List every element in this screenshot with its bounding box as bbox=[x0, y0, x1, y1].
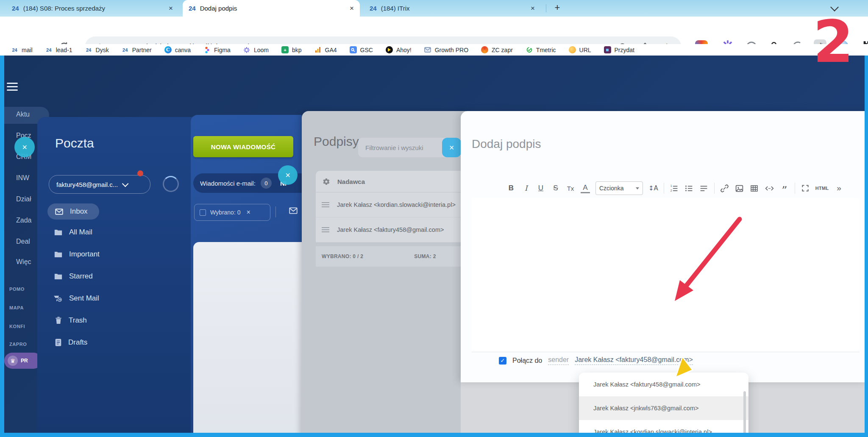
signature-editor-body[interactable] bbox=[472, 198, 860, 351]
scrollbar-thumb[interactable] bbox=[743, 391, 746, 437]
send-icon bbox=[53, 295, 62, 302]
account-selector[interactable]: faktury458@gmail.c... bbox=[49, 175, 150, 194]
close-tab-icon[interactable]: × bbox=[531, 4, 535, 13]
bookmark-tmetric[interactable]: Tmetric bbox=[526, 46, 556, 53]
bookmark-figma[interactable]: Figma bbox=[203, 46, 231, 53]
tmetric-icon bbox=[526, 46, 533, 53]
underline-button[interactable]: U bbox=[536, 183, 545, 193]
close-tab-icon[interactable]: × bbox=[350, 4, 354, 13]
new-message-button[interactable]: NOWA WIADOMOŚĆ bbox=[193, 136, 293, 157]
browser-tab-1[interactable]: 24 (184) S08: Proces sprzedaży × bbox=[6, 0, 179, 17]
code-button[interactable] bbox=[765, 183, 774, 193]
folder-inbox[interactable]: Inbox bbox=[47, 203, 99, 220]
ordered-list-button[interactable]: 12 bbox=[670, 183, 679, 193]
folder-sent-mail[interactable]: Sent Mail bbox=[53, 294, 99, 303]
bookmark-zc-zapr[interactable]: ZC zapr bbox=[481, 46, 513, 53]
bullet-list-button[interactable] bbox=[684, 183, 694, 193]
close-icon[interactable]: × bbox=[278, 165, 298, 185]
bookmark-growth-pro[interactable]: Growth PRO bbox=[424, 46, 468, 53]
sidebar-item-inwentaryzacja[interactable]: INW bbox=[16, 174, 29, 182]
browser-tab-2-active[interactable]: 24 Dodaj podpis × bbox=[183, 0, 360, 17]
table-button[interactable] bbox=[750, 183, 759, 193]
figma-icon bbox=[203, 46, 211, 53]
bookmark-bkp[interactable]: +bkp bbox=[281, 46, 302, 53]
italic-button[interactable]: I bbox=[521, 183, 531, 193]
messages-count-badge: 0 bbox=[261, 178, 272, 189]
clear-filter-icon[interactable]: × bbox=[246, 209, 250, 216]
image-button[interactable] bbox=[735, 183, 744, 193]
font-color-button[interactable]: A bbox=[581, 184, 590, 193]
gear-icon[interactable] bbox=[322, 178, 330, 186]
bitrix24-favicon: 24 bbox=[45, 46, 53, 53]
html-button[interactable]: HTML bbox=[815, 183, 829, 193]
font-size-button[interactable]: ↕A bbox=[648, 183, 658, 193]
bitrix24-favicon: 24 bbox=[11, 46, 18, 53]
bookmark-url[interactable]: URL bbox=[569, 46, 591, 53]
drag-handle-icon[interactable] bbox=[322, 226, 329, 234]
bookmark-lead1[interactable]: 24lead-1 bbox=[45, 46, 72, 53]
search-console-icon bbox=[350, 46, 357, 53]
bookmark-dysk[interactable]: 24Dysk bbox=[85, 46, 109, 53]
sender-value-link[interactable]: Jarek Kałasz <faktury458@gmail.com> bbox=[575, 356, 693, 365]
sidebar-item-konfiguracja[interactable]: KONFI bbox=[9, 324, 25, 329]
folder-all-mail[interactable]: All Mail bbox=[54, 228, 92, 237]
bold-button[interactable]: B bbox=[506, 183, 516, 193]
sidebar-item-wiecej[interactable]: Więc bbox=[16, 258, 31, 266]
quote-button[interactable]: ” bbox=[780, 181, 789, 195]
selected-filter-chip[interactable]: Wybrano: 0 × bbox=[194, 204, 270, 221]
sidebar-item-mapa[interactable]: MAPA bbox=[9, 305, 24, 310]
fullscreen-button[interactable] bbox=[801, 183, 810, 193]
dropdown-item-hovered[interactable]: Jarek Kałasz <jnkwls763@gmail.com> bbox=[579, 396, 748, 420]
sender-row[interactable]: Jarek Kałasz <kordian.slowacki@interia.p… bbox=[316, 192, 466, 217]
bookmark-canva[interactable]: Ccanva bbox=[164, 46, 191, 53]
bookmark-ahoy[interactable]: Ahoy! bbox=[386, 46, 412, 53]
sidebar-item-aktualnosci[interactable]: Aktu bbox=[16, 111, 30, 118]
browser-tab-3[interactable]: 24 (184) ITrix × bbox=[364, 0, 541, 17]
envelope-icon[interactable] bbox=[289, 207, 298, 214]
premium-button[interactable]: ♛ PR bbox=[4, 353, 42, 369]
analytics-icon bbox=[314, 46, 322, 53]
mail-panel-title: Poczta bbox=[55, 136, 94, 150]
folder-icon bbox=[54, 229, 62, 236]
sidebar-item-zapros[interactable]: ZAPRO bbox=[9, 342, 27, 347]
bookmark-loom[interactable]: Loom bbox=[243, 46, 269, 53]
folder-drafts[interactable]: Drafts bbox=[55, 338, 87, 347]
attach-checkbox[interactable]: ✓ bbox=[499, 357, 506, 365]
sender-link[interactable]: sender bbox=[548, 356, 569, 365]
add-signature-title: Dodaj podpis bbox=[472, 137, 541, 151]
window-chevron-icon[interactable] bbox=[830, 3, 839, 11]
more-tools-button[interactable]: » bbox=[835, 183, 844, 193]
align-button[interactable] bbox=[699, 183, 709, 193]
hamburger-menu-icon[interactable] bbox=[7, 83, 18, 91]
loom-icon bbox=[243, 46, 250, 53]
browser-toolbar: ← → prezentacje.bitrix24.pl/mail/signatu… bbox=[0, 17, 868, 44]
bookmark-mail[interactable]: 24mail bbox=[11, 46, 33, 53]
mail-ext-icon bbox=[424, 46, 431, 53]
sidebar-item-zadania[interactable]: Zada bbox=[16, 217, 31, 224]
sidebar-item-pomoc[interactable]: POMO bbox=[9, 287, 25, 292]
clear-filter-button[interactable]: × bbox=[442, 138, 461, 157]
close-icon[interactable]: × bbox=[14, 137, 35, 157]
link-button[interactable] bbox=[720, 183, 729, 193]
folder-important[interactable]: Important bbox=[54, 250, 100, 259]
document-icon bbox=[55, 339, 61, 346]
bookmark-partner[interactable]: 24Partner bbox=[122, 46, 152, 53]
font-family-select[interactable]: Czcionka bbox=[595, 181, 643, 195]
drag-handle-icon[interactable] bbox=[322, 201, 329, 209]
folder-trash[interactable]: Trash bbox=[55, 316, 87, 325]
strikethrough-button[interactable]: S bbox=[551, 183, 560, 193]
frame-stripe-right bbox=[865, 56, 868, 437]
close-tab-icon[interactable]: × bbox=[169, 4, 173, 13]
sidebar-item-deale[interactable]: Deal bbox=[16, 238, 30, 245]
dropdown-item[interactable]: Jarek Kałasz <faktury458@gmail.com> bbox=[579, 373, 748, 396]
sender-row[interactable]: Jarek Kałasz <faktury458@gmail.com> bbox=[316, 217, 466, 242]
bookmark-przydat[interactable]: Przydat bbox=[604, 46, 634, 53]
folder-starred[interactable]: Starred bbox=[54, 272, 93, 281]
sidebar-item-dzialania[interactable]: Dział bbox=[16, 195, 31, 203]
folder-icon bbox=[54, 273, 62, 280]
bookmark-ga4[interactable]: GA4 bbox=[314, 46, 337, 53]
checkbox[interactable] bbox=[200, 209, 206, 216]
new-tab-button[interactable]: + bbox=[551, 2, 564, 14]
clear-format-button[interactable]: Tx bbox=[566, 183, 575, 193]
bookmark-gsc[interactable]: GSC bbox=[350, 46, 373, 53]
